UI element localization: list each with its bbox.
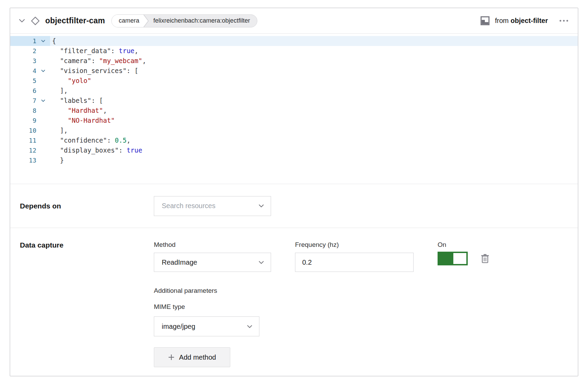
method-label: Method (154, 241, 271, 249)
fold-spacer (36, 145, 50, 155)
fold-spacer (36, 76, 50, 86)
frequency-input[interactable] (295, 253, 414, 272)
code-editor[interactable]: 1{2 "filter_data": true,3 "camera": "my_… (10, 34, 578, 184)
fold-toggle[interactable] (36, 66, 50, 76)
line-number: 1 (10, 36, 36, 46)
line-number: 3 (10, 56, 36, 66)
code-line[interactable]: 8 "Hardhat", (10, 106, 578, 116)
code-line-text: ], (50, 125, 578, 135)
fold-spacer (36, 155, 50, 165)
line-number: 6 (10, 86, 36, 96)
code-line-text: "filter_data": true, (50, 46, 578, 56)
line-number: 12 (10, 145, 36, 155)
line-number: 8 (10, 106, 36, 116)
fold-spacer (36, 86, 50, 96)
component-diamond-icon (30, 16, 40, 26)
breadcrumb-chevron-icon (143, 14, 149, 27)
code-line-text: "display_boxes": true (50, 145, 578, 155)
additional-params-label: Additional parameters (154, 287, 569, 295)
code-line-text: "confidence": 0.5, (50, 135, 578, 145)
code-line-text: "labels": [ (50, 96, 578, 106)
code-line-text: } (50, 155, 578, 165)
code-line-text: "Hardhat", (50, 106, 578, 116)
component-type-pill: camera felixreichenbach:camera:objectfil… (111, 14, 257, 27)
chevron-down-icon (247, 325, 252, 328)
method-value: ReadImage (162, 259, 197, 266)
fold-toggle[interactable] (36, 36, 50, 46)
code-line[interactable]: 1{ (10, 36, 578, 46)
fold-chevron-icon[interactable] (41, 99, 45, 102)
mime-type-select[interactable]: image/jpeg (154, 316, 259, 336)
depends-on-placeholder: Search resources (162, 202, 216, 210)
mime-type-value: image/jpeg (162, 323, 195, 331)
chevron-down-icon (259, 261, 264, 264)
fold-chevron-icon[interactable] (41, 70, 45, 72)
code-line[interactable]: 4 "vision_services": [ (10, 66, 578, 76)
method-select[interactable]: ReadImage (154, 253, 271, 272)
code-line[interactable]: 11 "confidence": 0.5, (10, 135, 578, 145)
fold-spacer (36, 106, 50, 116)
code-line[interactable]: 7 "labels": [ (10, 96, 578, 106)
from-module-label: from object-filter (495, 17, 548, 25)
component-model-badge: felixreichenbach:camera:objectfilter (149, 15, 257, 27)
code-line[interactable]: 6 ], (10, 86, 578, 96)
fold-spacer (36, 56, 50, 66)
line-number: 7 (10, 96, 36, 106)
plus-icon (168, 354, 174, 360)
fold-spacer (36, 116, 50, 125)
line-number: 13 (10, 155, 36, 165)
fold-spacer (36, 135, 50, 145)
component-name: objectfilter-cam (45, 16, 105, 25)
component-type-badge: camera (112, 15, 143, 27)
depends-on-select[interactable]: Search resources (154, 196, 271, 216)
add-method-button[interactable]: Add method (154, 347, 230, 367)
more-options-button[interactable] (558, 18, 569, 24)
line-number: 4 (10, 66, 36, 76)
fold-chevron-icon[interactable] (41, 40, 45, 43)
collapse-button[interactable] (19, 17, 25, 24)
fold-spacer (36, 125, 50, 135)
code-line[interactable]: 13 } (10, 155, 578, 165)
component-header: objectfilter-cam camera felixreichenbach… (10, 8, 578, 34)
mime-type-label: MIME type (154, 303, 569, 311)
toggle-label: On (438, 241, 489, 249)
frequency-label: Frequency (hz) (295, 241, 414, 249)
depends-on-section: Depends on Search resources (10, 184, 578, 228)
code-line-text: "vision_services": [ (50, 66, 578, 76)
code-line[interactable]: 2 "filter_data": true, (10, 46, 578, 56)
code-line[interactable]: 3 "camera": "my_webcam", (10, 56, 578, 66)
from-module-name[interactable]: object-filter (511, 17, 548, 24)
chevron-down-icon (259, 204, 264, 207)
chevron-down-icon (19, 19, 25, 23)
line-number: 2 (10, 46, 36, 56)
add-method-label: Add method (179, 353, 216, 361)
trash-icon (481, 254, 489, 263)
capture-on-toggle[interactable] (438, 252, 468, 265)
module-icon (480, 16, 490, 25)
depends-on-label: Depends on (20, 202, 154, 210)
code-line[interactable]: 9 "NO-Hardhat" (10, 116, 578, 125)
code-line-text: "NO-Hardhat" (50, 116, 578, 125)
delete-method-button[interactable] (481, 254, 489, 263)
code-line[interactable]: 10 ], (10, 125, 578, 135)
line-number: 11 (10, 135, 36, 145)
code-line-text: "yolo" (50, 76, 578, 86)
from-prefix: from (495, 17, 509, 24)
code-line-text: { (50, 36, 578, 46)
code-line-text: "camera": "my_webcam", (50, 56, 578, 66)
line-number: 10 (10, 125, 36, 135)
fold-toggle[interactable] (36, 96, 50, 106)
component-card: objectfilter-cam camera felixreichenbach… (10, 8, 578, 376)
toggle-knob (453, 253, 466, 264)
data-capture-section: Data capture Method ReadImage Frequency … (10, 228, 578, 371)
code-line-text: ], (50, 86, 578, 96)
code-line[interactable]: 12 "display_boxes": true (10, 145, 578, 155)
code-line[interactable]: 5 "yolo" (10, 76, 578, 86)
fold-spacer (36, 46, 50, 56)
data-capture-label: Data capture (20, 241, 154, 249)
line-number: 9 (10, 116, 36, 125)
line-number: 5 (10, 76, 36, 86)
